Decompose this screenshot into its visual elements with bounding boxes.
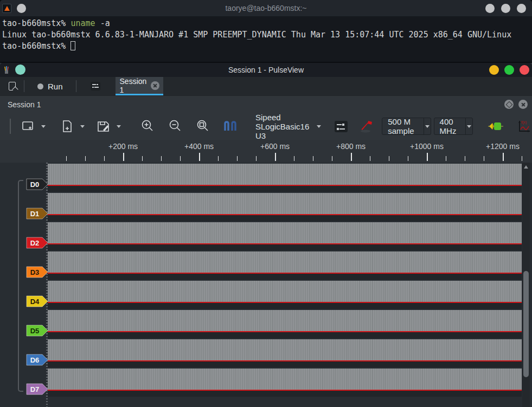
configure-channels-button[interactable] xyxy=(356,117,376,136)
sample-count-value: 500 M sample xyxy=(382,117,424,135)
svg-text:D6: D6 xyxy=(30,356,40,364)
settings-sliders-icon xyxy=(91,82,100,91)
svg-text:D7: D7 xyxy=(30,385,40,393)
open-button[interactable] xyxy=(57,117,77,136)
ruler-minor-tick xyxy=(522,156,522,161)
svg-text:D5: D5 xyxy=(30,327,40,335)
ruler-minor-tick xyxy=(332,156,332,161)
dock-close-button[interactable] xyxy=(518,100,528,109)
zoom-out-button[interactable] xyxy=(165,117,185,136)
terminal-output-area[interactable]: tao-b660mstx% uname -a Linux tao-b660mst… xyxy=(0,16,532,62)
pulseview-maximize-button[interactable] xyxy=(504,65,514,75)
trace-view[interactable]: D0D1D2D3D4D5D6D7 xyxy=(0,163,532,407)
session-dock-header: Session 1 xyxy=(0,95,532,113)
channel-label-D4[interactable]: D4 xyxy=(26,295,48,309)
ruler-time-label: +400 ms xyxy=(184,142,214,151)
save-dropdown-arrow[interactable] xyxy=(117,125,121,128)
new-view-button[interactable] xyxy=(18,117,38,136)
sample-rate-value: 400 MHz xyxy=(434,117,466,135)
trace-row-gap xyxy=(48,303,522,309)
sample-count-dropdown[interactable] xyxy=(424,118,430,134)
math-icon: f(x) xyxy=(517,119,531,133)
run-button-label: Run xyxy=(48,82,63,91)
ruler-minor-tick xyxy=(465,156,465,161)
new-view-dropdown-arrow[interactable] xyxy=(41,125,46,128)
configure-device-button[interactable] xyxy=(332,117,350,136)
channel-label-D5[interactable]: D5 xyxy=(26,325,48,339)
trace-row-gap xyxy=(48,274,522,280)
trace-row-gap xyxy=(48,186,522,192)
channel-label-D0[interactable]: D0 xyxy=(26,178,48,192)
tab-close-icon[interactable] xyxy=(151,81,159,90)
add-math-signal-button[interactable]: f(x) xyxy=(514,117,532,136)
terminal-line-prompt: tao-b660mstx% xyxy=(2,41,530,52)
ruler-minor-tick xyxy=(237,156,238,161)
zoom-fit-button[interactable] xyxy=(193,117,213,136)
session-settings-button[interactable] xyxy=(83,77,108,95)
terminal-line-output: Linux tao-b660mstx 6.6.83-1-MANJARO #1 S… xyxy=(2,29,530,41)
pulseview-close-button[interactable] xyxy=(520,65,529,75)
device-selector[interactable]: Sipeed SLogicBasic16 U3 xyxy=(248,113,328,140)
signal-trace-D5[interactable] xyxy=(48,310,522,331)
vertical-scrollbar[interactable] xyxy=(522,163,530,407)
signal-trace-D0[interactable] xyxy=(48,164,522,185)
channel-group-bracket[interactable] xyxy=(18,180,23,392)
channel-label-D1[interactable]: D1 xyxy=(26,208,48,222)
add-decoder-button[interactable] xyxy=(485,117,507,136)
signal-trace-D2[interactable] xyxy=(48,222,522,243)
signal-trace-D6[interactable] xyxy=(48,339,522,360)
tab-session-1[interactable]: Session 1 xyxy=(116,77,163,95)
trace-row-gap xyxy=(48,391,522,397)
sample-rate-dropdown[interactable] xyxy=(465,118,472,134)
ruler-time-label: +800 ms xyxy=(336,142,366,151)
ruler-major-tick xyxy=(427,153,428,161)
channel-label-D3[interactable]: D3 xyxy=(26,266,48,280)
svg-text:f(x): f(x) xyxy=(521,120,527,125)
toolbar-drag-handle[interactable] xyxy=(10,119,11,134)
new-session-icon xyxy=(9,82,16,91)
pulseview-title: Session 1 - PulseView xyxy=(0,63,532,77)
ruler-major-tick xyxy=(275,153,276,161)
new-session-button[interactable] xyxy=(0,77,24,95)
new-view-icon xyxy=(21,119,35,133)
terminal-titlebar[interactable]: taorye@tao-b660mstx:~ xyxy=(0,0,532,16)
ruler-minor-tick xyxy=(161,156,162,161)
ruler-minor-tick xyxy=(104,156,105,161)
zoom-in-button[interactable] xyxy=(137,117,158,136)
terminal-close-button[interactable] xyxy=(517,4,526,13)
signal-trace-D7[interactable] xyxy=(48,369,522,390)
time-ruler[interactable]: +200 ms+400 ms+600 ms+800 ms+1000 ms+120… xyxy=(0,140,532,163)
signal-trace-D4[interactable] xyxy=(48,281,522,302)
channel-label-D6[interactable]: D6 xyxy=(26,354,48,368)
pulses-icon xyxy=(223,120,239,133)
dock-title: Session 1 xyxy=(8,96,41,113)
trace-row-gap xyxy=(48,244,522,250)
sample-count-select[interactable]: 500 M sample xyxy=(382,118,431,135)
run-led-icon xyxy=(37,83,43,89)
signal-trace-D1[interactable] xyxy=(48,193,522,214)
show-sampling-points-button[interactable] xyxy=(221,117,241,136)
probe-icon xyxy=(358,119,374,134)
signal-trace-D3[interactable] xyxy=(48,251,522,273)
ruler-major-tick xyxy=(503,153,504,161)
svg-text:D2: D2 xyxy=(30,239,40,247)
scroll-up-arrow-icon[interactable] xyxy=(524,165,528,169)
ruler-major-tick xyxy=(351,153,352,161)
trace-row-gap xyxy=(48,215,522,221)
dock-float-button[interactable] xyxy=(504,100,514,109)
terminal-maximize-button[interactable] xyxy=(501,4,510,13)
save-button[interactable] xyxy=(93,117,113,136)
ruler-minor-tick xyxy=(294,156,294,161)
terminal-minimize-button[interactable] xyxy=(485,4,495,13)
pulseview-minimize-button[interactable] xyxy=(489,65,499,75)
ruler-minor-tick xyxy=(370,156,370,161)
channel-label-D2[interactable]: D2 xyxy=(26,237,48,251)
open-dropdown-arrow[interactable] xyxy=(80,125,85,128)
run-button[interactable]: Run xyxy=(24,77,76,95)
save-icon xyxy=(96,119,111,134)
pulseview-titlebar[interactable]: Session 1 - PulseView xyxy=(0,63,532,77)
ruler-time-label: +200 ms xyxy=(108,142,138,151)
sample-rate-select[interactable]: 400 MHz xyxy=(434,118,473,135)
scrollbar-thumb[interactable] xyxy=(523,271,529,377)
channel-label-D7[interactable]: D7 xyxy=(26,383,48,397)
